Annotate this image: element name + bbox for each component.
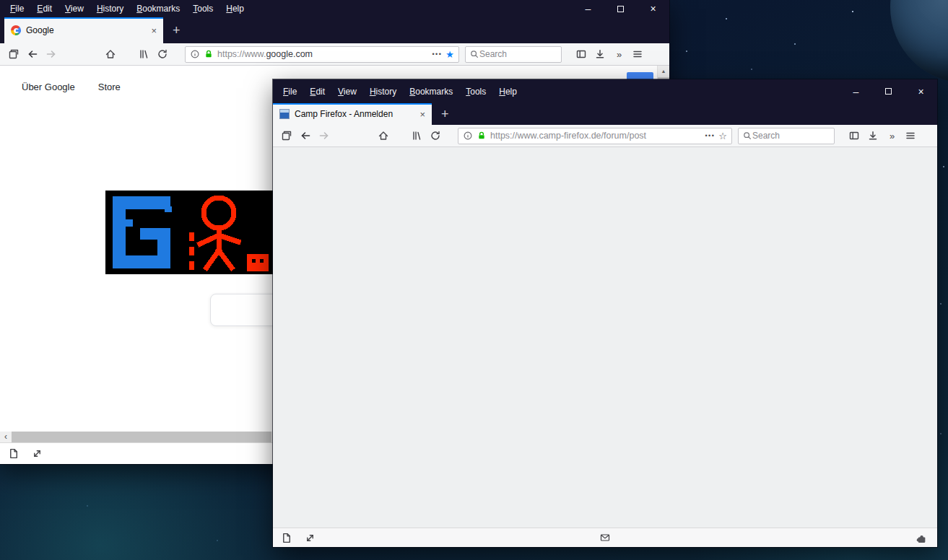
page-icon[interactable] bbox=[280, 532, 292, 544]
home-icon bbox=[105, 48, 116, 60]
bookmark-star-icon[interactable]: ☆ bbox=[718, 131, 727, 141]
sidebar-icon bbox=[575, 48, 587, 60]
home-button[interactable] bbox=[374, 127, 393, 144]
menu-help[interactable]: Help bbox=[219, 1, 251, 17]
sidebar-toggle-button[interactable] bbox=[572, 45, 591, 63]
tab-close-icon[interactable]: × bbox=[147, 25, 157, 36]
menu-button[interactable] bbox=[628, 45, 647, 63]
horizontal-scrollbar-thumb[interactable] bbox=[12, 432, 271, 442]
search-icon bbox=[742, 131, 752, 141]
google-doodle[interactable] bbox=[105, 191, 273, 274]
window-controls: – × bbox=[572, 0, 669, 17]
menu-tools[interactable]: Tools bbox=[186, 1, 219, 17]
bookmark-star-icon[interactable]: ★ bbox=[445, 49, 454, 60]
search-input[interactable] bbox=[752, 131, 830, 141]
tab-camp-firefox[interactable]: Camp Firefox - Anmelden × bbox=[273, 103, 432, 125]
search-bar[interactable] bbox=[465, 46, 562, 63]
home-button[interactable] bbox=[101, 45, 120, 63]
title-bar: File Edit View History Bookmarks Tools H… bbox=[0, 0, 669, 17]
page-info-icon[interactable] bbox=[190, 49, 200, 59]
maximize-button[interactable] bbox=[604, 0, 637, 17]
overflow-button[interactable]: » bbox=[882, 127, 901, 144]
menu-bookmarks[interactable]: Bookmarks bbox=[130, 1, 186, 17]
menu-edit[interactable]: Edit bbox=[303, 84, 331, 100]
library-button[interactable] bbox=[134, 45, 153, 63]
tab-overview-button[interactable] bbox=[277, 127, 296, 144]
forward-button[interactable] bbox=[42, 45, 61, 63]
library-icon bbox=[411, 130, 422, 141]
menu-history[interactable]: History bbox=[90, 1, 130, 17]
reload-button[interactable] bbox=[426, 127, 445, 144]
url-text: https://www.google.com bbox=[217, 49, 428, 59]
scroll-up-button[interactable]: ▲ bbox=[661, 66, 666, 77]
url-bar[interactable]: https://www.camp-firefox.de/forum/post •… bbox=[458, 128, 732, 144]
navigation-toolbar: https://www.google.com ••• ★ » bbox=[0, 43, 669, 66]
download-button[interactable] bbox=[864, 127, 882, 144]
menu-history[interactable]: History bbox=[363, 84, 403, 100]
new-tab-button[interactable]: + bbox=[163, 17, 190, 43]
library-button[interactable] bbox=[407, 127, 426, 144]
page-info-icon[interactable] bbox=[463, 131, 473, 141]
menu-bookmarks[interactable]: Bookmarks bbox=[403, 84, 459, 100]
menu-tools[interactable]: Tools bbox=[459, 84, 492, 100]
google-top-links: Über Google Store bbox=[22, 82, 121, 92]
url-scheme: https://www. bbox=[217, 49, 266, 59]
search-input[interactable] bbox=[479, 49, 557, 59]
search-icon bbox=[469, 49, 479, 59]
close-button[interactable]: × bbox=[905, 79, 937, 103]
tab-close-icon[interactable]: × bbox=[415, 109, 425, 120]
menu-view[interactable]: View bbox=[331, 84, 363, 100]
minimize-button[interactable]: – bbox=[840, 79, 872, 103]
forward-icon bbox=[318, 130, 330, 141]
tab-title: Google bbox=[26, 25, 147, 35]
link-about-google[interactable]: Über Google bbox=[22, 82, 75, 92]
back-button[interactable] bbox=[23, 45, 42, 63]
menu-edit[interactable]: Edit bbox=[30, 1, 58, 17]
hamburger-menu-icon bbox=[905, 130, 916, 141]
forward-icon bbox=[45, 48, 57, 60]
resize-icon[interactable] bbox=[31, 447, 43, 460]
menu-view[interactable]: View bbox=[58, 1, 90, 17]
tab-bar: Google × + bbox=[0, 17, 669, 43]
new-tab-button[interactable]: + bbox=[432, 103, 458, 125]
link-store[interactable]: Store bbox=[98, 82, 121, 92]
url-bar[interactable]: https://www.google.com ••• ★ bbox=[185, 46, 459, 63]
navigation-toolbar: https://www.camp-firefox.de/forum/post •… bbox=[273, 125, 937, 147]
url-domain: google.com bbox=[266, 49, 313, 59]
reload-button[interactable] bbox=[153, 45, 172, 63]
sidebar-toggle-button[interactable] bbox=[845, 127, 864, 144]
page-content bbox=[273, 147, 937, 528]
maximize-icon bbox=[885, 88, 892, 95]
home-icon bbox=[378, 130, 389, 141]
overflow-button[interactable]: » bbox=[609, 45, 628, 63]
resize-icon[interactable] bbox=[304, 532, 316, 544]
menu-file[interactable]: File bbox=[277, 84, 303, 100]
mail-icon[interactable] bbox=[599, 532, 612, 543]
status-bar bbox=[273, 528, 937, 547]
close-button[interactable]: × bbox=[637, 0, 669, 17]
page-actions-icon[interactable]: ••• bbox=[705, 132, 715, 139]
maximize-icon bbox=[617, 6, 624, 12]
tab-bar: Camp Firefox - Anmelden × + bbox=[273, 103, 937, 125]
scroll-left-button[interactable]: ‹ bbox=[0, 432, 12, 442]
hamburger-menu-icon bbox=[632, 48, 643, 60]
tab-overview-button[interactable] bbox=[4, 45, 23, 63]
back-button[interactable] bbox=[296, 127, 315, 144]
title-bar: File Edit View History Bookmarks Tools H… bbox=[273, 79, 937, 103]
page-actions-icon[interactable]: ••• bbox=[432, 51, 442, 58]
reload-icon bbox=[430, 130, 441, 141]
menu-button[interactable] bbox=[901, 127, 920, 144]
maximize-button[interactable] bbox=[872, 79, 905, 103]
download-button[interactable] bbox=[591, 45, 609, 63]
page-icon[interactable] bbox=[7, 447, 19, 460]
url-path: camp-firefox.de/forum/post bbox=[539, 131, 646, 141]
lock-icon bbox=[204, 49, 214, 59]
firefox-window-camp-firefox: File Edit View History Bookmarks Tools H… bbox=[273, 79, 937, 547]
menu-help[interactable]: Help bbox=[492, 84, 523, 100]
tab-google[interactable]: Google × bbox=[4, 17, 163, 43]
extension-puzzle-icon[interactable] bbox=[915, 532, 927, 544]
menu-file[interactable]: File bbox=[4, 1, 30, 17]
search-bar[interactable] bbox=[738, 128, 835, 144]
forward-button[interactable] bbox=[315, 127, 334, 144]
minimize-button[interactable]: – bbox=[572, 0, 604, 17]
